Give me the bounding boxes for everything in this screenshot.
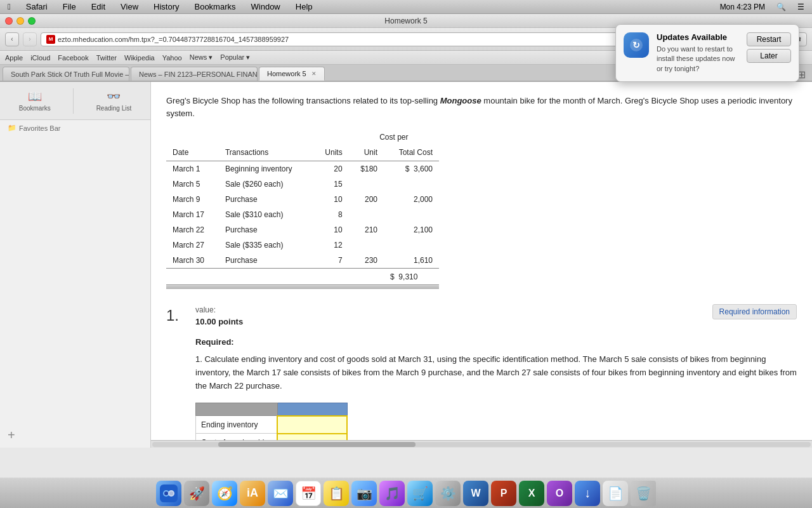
bookmark-news[interactable]: News ▾ (190, 53, 213, 62)
bookmark-wikipedia[interactable]: Wikipedia (124, 54, 155, 62)
minimize-button[interactable] (16, 17, 24, 25)
required-text: 1. Calculate ending inventory and cost o… (195, 353, 797, 392)
ending-inventory-input[interactable] (283, 420, 341, 429)
bookmark-twitter[interactable]: Twitter (96, 54, 117, 62)
launchpad-icon: 🚀 (189, 486, 205, 501)
dock-photo[interactable]: 📷 (351, 481, 377, 506)
ending-inventory-input-cell[interactable] (277, 416, 347, 434)
bookmarks-button[interactable]: 📖 Bookmarks (14, 87, 56, 114)
required-info-button[interactable]: Required information (712, 304, 797, 319)
restart-button[interactable]: Restart (747, 32, 791, 46)
dock-onenote[interactable]: O (547, 481, 572, 506)
total-cost-cell: $ 3,600 (384, 161, 439, 177)
update-svg-icon: ↻ (629, 37, 644, 53)
sidebar: 📖 Bookmarks 👓 Reading List 📁 Favorites B… (0, 82, 151, 448)
dock-notes[interactable]: 📋 (324, 481, 349, 506)
main-layout: 📖 Bookmarks 👓 Reading List 📁 Favorites B… (0, 82, 812, 448)
close-button[interactable] (5, 17, 13, 25)
scrollbar-track[interactable] (152, 442, 811, 447)
date-cell: March 27 (166, 237, 219, 253)
update-content: Updates Available Do you want to restart… (657, 32, 739, 74)
total-cost-cell: 2,000 (384, 192, 439, 207)
date-cell: March 30 (166, 253, 219, 269)
dock-excel[interactable]: X (519, 481, 544, 506)
answer-value-header (277, 403, 347, 416)
total-cost-col-header: Total Cost (384, 145, 439, 161)
question-meta: value: 10.00 points (195, 304, 702, 328)
total-row: $ 9,310 (166, 269, 439, 286)
dock-appstore[interactable]: 🛒 (407, 481, 433, 506)
reading-list-button[interactable]: 👓 Reading List (91, 87, 137, 114)
music-icon: 🎵 (384, 486, 400, 501)
total-cost-cell: 1,610 (384, 253, 439, 269)
horizontal-scrollbar[interactable] (151, 440, 812, 448)
apple-menu[interactable]:  (5, 1, 13, 12)
dock-safari[interactable]: 🧭 (212, 481, 237, 506)
cost-unit-cell: 210 (349, 222, 384, 237)
search-icon[interactable]: 🔍 (774, 2, 789, 12)
notes-icon: 📋 (329, 486, 344, 501)
view-menu[interactable]: View (118, 1, 141, 12)
content-wrapper: Greg's Bicycle Shop has the following tr… (151, 82, 812, 448)
dock-finder[interactable] (156, 481, 181, 506)
add-bookmark-button[interactable]: + (0, 423, 150, 448)
scrollbar-thumb[interactable] (218, 442, 416, 447)
safari-menu[interactable]: Safari (23, 1, 50, 12)
dock-mail[interactable]: ✉️ (268, 481, 293, 506)
dock-documents[interactable]: 📄 (603, 481, 628, 506)
dock-music[interactable]: 🎵 (379, 481, 405, 506)
time-display: Mon 4:23 PM (717, 2, 768, 12)
maximize-button[interactable] (28, 17, 36, 25)
appstore-icon: 🛒 (412, 486, 428, 501)
answer-table: Ending inventory Cost of goods sold (195, 403, 348, 440)
bookmarks-menu[interactable]: Bookmarks (192, 1, 238, 12)
reading-list-label: Reading List (96, 105, 132, 112)
update-icon: ↻ (624, 32, 649, 58)
back-button[interactable]: ‹ (5, 32, 19, 46)
cost-unit-cell (349, 207, 384, 222)
sidebar-content (0, 136, 150, 423)
tab-youtube-label: South Park Stick Of Truth Full Movie – Y… (11, 70, 129, 78)
cogs-input-cell[interactable] (277, 434, 347, 440)
units-cell: 7 (313, 253, 349, 269)
tab-homework-close[interactable]: ✕ (311, 70, 317, 77)
bookmark-apple[interactable]: Apple (5, 54, 23, 62)
settings-icon: ⚙️ (440, 486, 456, 501)
edit-menu[interactable]: Edit (89, 1, 108, 12)
tab-news-label: News – FIN 2123–PERSONAL FINANCE–SEC TH … (139, 70, 258, 78)
later-button[interactable]: Later (747, 49, 791, 63)
dock-word[interactable]: W (463, 481, 488, 506)
answer-row-cogs: Cost of goods sold (196, 434, 348, 440)
menu-list-icon[interactable]: ☰ (795, 2, 807, 12)
dock-trash[interactable]: 🗑️ (631, 481, 656, 506)
bookmark-facebook[interactable]: Facebook (58, 54, 88, 62)
dock-settings[interactable]: ⚙️ (435, 481, 461, 506)
update-popup: ↻ Updates Available Do you want to resta… (615, 24, 799, 82)
reading-list-icon: 👓 (107, 90, 121, 104)
tab-homework[interactable]: Homework 5 ✕ (259, 67, 325, 81)
total-value: $ 9,310 (384, 269, 439, 286)
answer-row-ending-inventory: Ending inventory (196, 416, 348, 434)
dock-downloader[interactable]: ↓ (575, 481, 600, 506)
bookmark-yahoo[interactable]: Yahoo (162, 54, 182, 62)
tab-youtube[interactable]: South Park Stick Of Truth Full Movie – Y… (3, 67, 129, 81)
help-menu[interactable]: Help (293, 1, 315, 12)
transaction-cell: Sale ($260 each) (219, 177, 313, 192)
table-row: March 5 Sale ($260 each) 15 (166, 177, 439, 192)
bookmark-popular[interactable]: Popular ▾ (220, 53, 250, 62)
tab-news[interactable]: News – FIN 2123–PERSONAL FINANCE–SEC TH … (131, 67, 258, 81)
finder-icon (160, 485, 178, 502)
dock-calendar[interactable]: 📅 (296, 481, 321, 506)
dock-launchpad[interactable]: 🚀 (184, 481, 209, 506)
file-menu[interactable]: File (60, 1, 79, 12)
dock-powerpoint[interactable]: P (491, 481, 516, 506)
history-menu[interactable]: History (151, 1, 181, 12)
forward-button[interactable]: › (23, 32, 37, 46)
transaction-cell: Purchase (219, 222, 313, 237)
question-points: 10.00 points (195, 316, 702, 328)
date-cell: March 9 (166, 192, 219, 207)
dock: 🚀 🧭 iA ✉️ 📅 📋 📷 🎵 🛒 ⚙️ W P X O ↓ 📄 (0, 478, 812, 508)
window-menu[interactable]: Window (249, 1, 283, 12)
bookmark-icloud[interactable]: iCloud (30, 54, 50, 62)
dock-ia-writer[interactable]: iA (240, 481, 265, 506)
